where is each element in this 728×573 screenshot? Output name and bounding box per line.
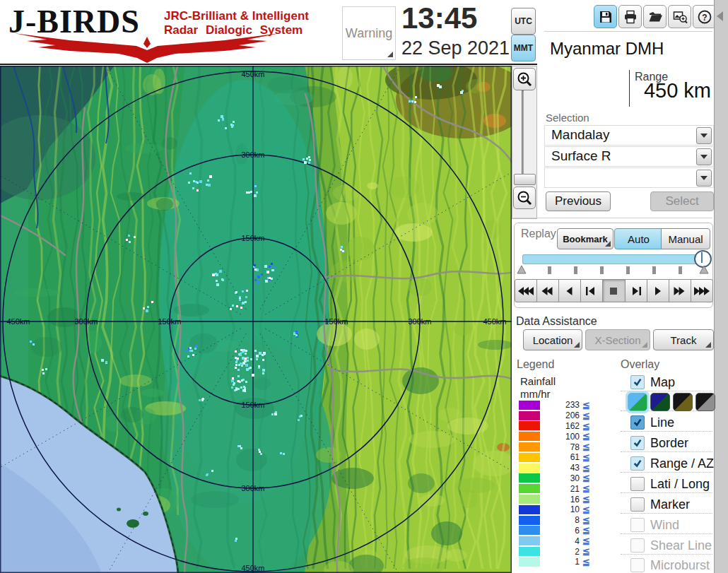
checkbox-checked[interactable] <box>630 375 645 389</box>
location-button[interactable]: Location <box>523 329 582 350</box>
overlay-item-line[interactable]: Line <box>630 414 714 431</box>
warning-button[interactable]: Warning <box>342 6 396 60</box>
legend-lte-symbol: ≦ <box>582 410 590 421</box>
checkbox-unchecked[interactable] <box>630 538 645 553</box>
overlay-item-lati-long[interactable]: Lati / Long <box>630 475 714 492</box>
clock-date: 22 Sep 2021 <box>401 37 510 59</box>
legend-color-swatch <box>519 411 540 420</box>
print-button[interactable] <box>618 5 642 28</box>
timeline-start-marker[interactable] <box>517 265 527 274</box>
capture-image-button[interactable] <box>668 5 691 28</box>
checkbox-checked[interactable] <box>630 415 645 430</box>
option-dropdown-arrow-button[interactable] <box>696 170 712 187</box>
print-icon <box>623 9 638 25</box>
legend-row: 61≦ <box>519 452 598 463</box>
radar-map-view[interactable]: 150km150km150km150km300km300km300km300km… <box>0 66 512 573</box>
play-icon <box>650 285 667 297</box>
legend-row: 233≦ <box>519 400 598 410</box>
legend-row: 206≦ <box>519 410 598 421</box>
stop-icon <box>605 285 622 297</box>
step-back-button[interactable] <box>580 279 603 302</box>
panel-collapse-strip[interactable] <box>714 0 728 573</box>
product-dropdown-arrow-button[interactable] <box>696 148 712 165</box>
zoom-out-button[interactable] <box>513 187 536 209</box>
select-button[interactable]: Select <box>650 191 714 211</box>
legend-value: 206 <box>540 410 581 420</box>
island <box>127 519 139 528</box>
range-ring-label: 450km <box>6 317 30 326</box>
timeline-end-marker[interactable] <box>699 265 709 274</box>
check-icon <box>633 459 642 468</box>
checkbox-unchecked[interactable] <box>630 558 645 572</box>
track-button[interactable]: Track <box>653 329 714 350</box>
legend-lte-symbol: ≦ <box>582 536 590 546</box>
legend-value: 10 <box>540 504 581 514</box>
checkbox-checked[interactable] <box>630 436 645 450</box>
check-icon <box>633 438 642 448</box>
map-style-swatch-4[interactable] <box>695 393 715 411</box>
legend-color-swatch <box>519 463 540 473</box>
overlay-item-map[interactable]: Map <box>630 374 714 391</box>
overlay-item-microburst[interactable]: Microburst <box>630 557 714 573</box>
checkbox-unchecked[interactable] <box>630 518 645 532</box>
range-ring-label: 150km <box>324 317 348 326</box>
help-button[interactable]: ? <box>693 5 716 28</box>
zoom-in-button[interactable] <box>513 68 536 90</box>
dotted-separator <box>621 513 712 514</box>
open-file-button[interactable] <box>643 5 667 28</box>
jump-to-end-button[interactable] <box>691 279 713 302</box>
check-icon <box>633 418 642 427</box>
stop-button[interactable] <box>602 279 625 302</box>
zoom-slider-track[interactable] <box>522 90 524 174</box>
jbirds-application-window: J-BIRDS JRC-Brilliant & Intelligent Rada… <box>0 0 728 573</box>
app-logo-tagline-1: JRC-Brilliant & Intelligent <box>164 9 309 23</box>
map-style-swatch-1[interactable] <box>628 393 647 411</box>
overlay-item-shear-line[interactable]: Shear Line <box>630 537 714 554</box>
step-forward-button[interactable] <box>625 279 647 302</box>
legend-color-swatch <box>519 432 540 441</box>
x-section-button[interactable]: X-Section <box>585 329 650 350</box>
jump-to-start-button[interactable] <box>515 279 537 302</box>
product-dropdown[interactable]: Surface R <box>544 146 714 167</box>
fast-forward-button[interactable] <box>669 279 691 302</box>
previous-button[interactable]: Previous <box>546 191 611 211</box>
checkbox-checked[interactable] <box>630 456 645 471</box>
overlay-item-range-az[interactable]: Range / AZ <box>630 455 714 472</box>
mmt-label: MMT <box>514 43 533 53</box>
replay-auto-button[interactable]: Auto <box>614 228 663 249</box>
bookmark-button[interactable]: Bookmark <box>557 228 613 249</box>
step-forward-icon <box>628 285 645 297</box>
timeline-tick <box>652 266 656 274</box>
legend-lte-symbol: ≦ <box>582 525 590 536</box>
zoom-slider-handle[interactable] <box>514 174 536 185</box>
site-dropdown-value: Mandalay <box>551 127 609 143</box>
replay-timeline-slider[interactable] <box>522 254 705 264</box>
utc-timezone-button[interactable]: UTC <box>511 8 536 35</box>
overlay-item-label: Range / AZ <box>650 456 714 471</box>
overlay-item-border[interactable]: Border <box>630 435 714 451</box>
select-button-label: Select <box>665 194 698 208</box>
fast-rewind-button[interactable] <box>536 279 559 302</box>
reverse-play-button[interactable] <box>558 279 581 302</box>
site-dropdown[interactable]: Mandalay <box>544 125 714 146</box>
save-button[interactable] <box>594 5 617 28</box>
map-style-swatch-2[interactable] <box>650 393 670 411</box>
legend-value: 233 <box>540 400 581 410</box>
option-dropdown[interactable] <box>544 167 714 188</box>
legend-color-swatch <box>519 442 540 451</box>
overlay-item-wind[interactable]: Wind <box>630 516 714 533</box>
legend-color-swatch <box>519 547 540 556</box>
legend-value: 21 <box>540 484 581 494</box>
play-button[interactable] <box>647 279 669 302</box>
dotted-separator <box>621 492 712 493</box>
rainfall-legend-scale: 233≦206≦162≦100≦78≦61≦43≦30≦21≦16≦10≦8≦6… <box>519 400 598 567</box>
site-dropdown-arrow-button[interactable] <box>696 127 712 144</box>
svg-text:?: ? <box>702 12 707 22</box>
checkbox-unchecked[interactable] <box>630 497 645 512</box>
legend-label: Legend <box>517 358 554 371</box>
map-style-swatch-3[interactable] <box>673 393 693 411</box>
checkbox-unchecked[interactable] <box>630 477 645 491</box>
overlay-item-marker[interactable]: Marker <box>630 496 714 513</box>
mmt-timezone-button[interactable]: MMT <box>511 35 536 61</box>
replay-manual-button[interactable]: Manual <box>661 228 710 249</box>
